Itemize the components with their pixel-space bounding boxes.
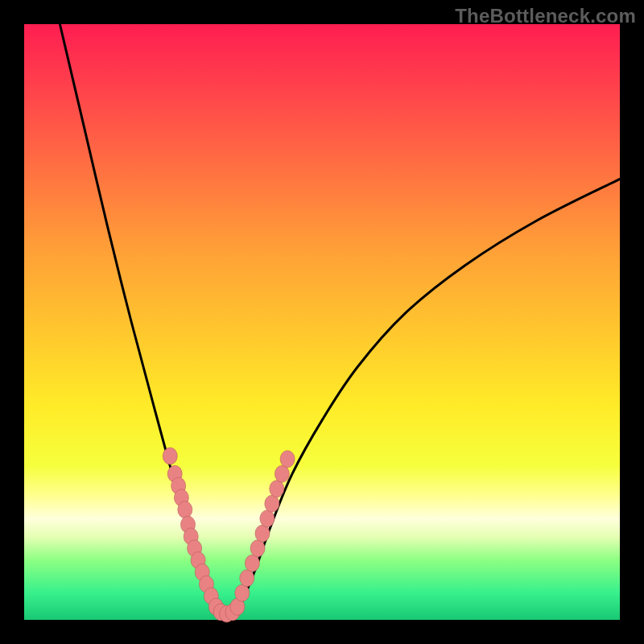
marker-dot xyxy=(270,481,284,497)
plot-area xyxy=(24,24,620,620)
chart-svg xyxy=(24,24,620,620)
marker-dot xyxy=(280,451,295,468)
marker-dot xyxy=(245,555,259,572)
marker-dots xyxy=(163,448,295,622)
marker-dot xyxy=(235,584,250,601)
marker-dot xyxy=(275,465,289,482)
marker-dot xyxy=(265,495,279,512)
marker-dot xyxy=(240,570,254,587)
curve-lines xyxy=(60,24,620,614)
chart-frame: TheBottleneck.com xyxy=(0,0,644,644)
marker-dot xyxy=(255,525,270,542)
marker-dot xyxy=(163,448,177,464)
marker-dot xyxy=(250,540,265,557)
marker-dot xyxy=(260,510,275,527)
curve-segment xyxy=(236,179,620,613)
marker-dot xyxy=(178,502,192,518)
